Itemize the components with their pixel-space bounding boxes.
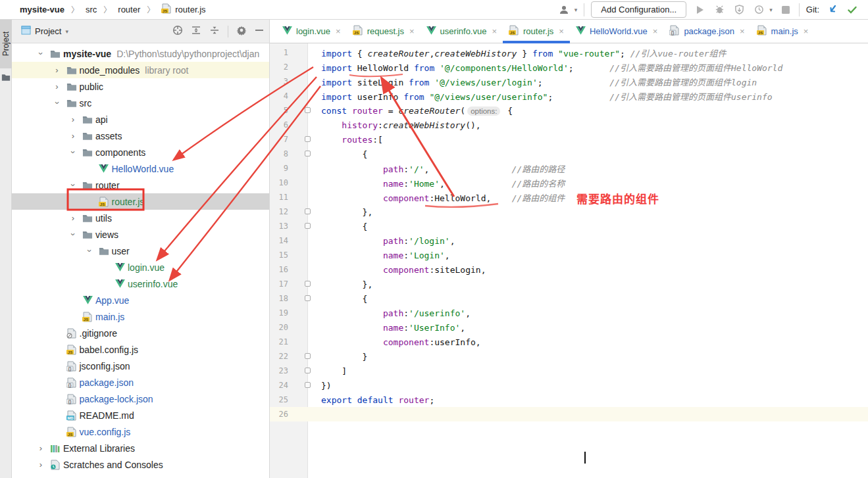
tree-row-helloworld-vue[interactable]: HelloWorld.vue bbox=[12, 160, 269, 177]
run-icon[interactable] bbox=[693, 3, 706, 16]
tree-row-user[interactable]: ›user bbox=[12, 243, 269, 259]
code-line-21[interactable]: 21 component:userInfo, bbox=[270, 335, 868, 349]
tree-row-node_modules[interactable]: ›node_moduleslibrary root bbox=[12, 62, 269, 78]
code-line-9[interactable]: 9 path:'/', //路由的路径 bbox=[270, 161, 868, 176]
tab-helloworld-vue[interactable]: HelloWorld.vue× bbox=[570, 20, 664, 43]
chevron-collapsed-icon[interactable]: › bbox=[66, 213, 80, 223]
tree-row-components[interactable]: ›components bbox=[12, 144, 269, 160]
chevron-collapsed-icon[interactable]: › bbox=[34, 443, 48, 453]
chevron-collapsed-icon[interactable]: › bbox=[50, 65, 64, 75]
tree-row-utils[interactable]: ›utils bbox=[12, 210, 269, 226]
profiler-dropdown-icon[interactable]: ▾ bbox=[769, 7, 773, 13]
hide-panel-icon[interactable] bbox=[255, 26, 264, 37]
code-line-3[interactable]: 3import siteLogin from '@/views/user/log… bbox=[270, 74, 868, 89]
close-icon[interactable]: × bbox=[409, 26, 415, 36]
chevron-collapsed-icon[interactable]: › bbox=[50, 82, 64, 91]
close-icon[interactable]: × bbox=[336, 26, 341, 36]
chevron-expanded-icon[interactable]: › bbox=[68, 145, 78, 160]
code-line-22[interactable]: 22 } bbox=[270, 349, 868, 364]
code-line-6[interactable]: 6 history:createWebHistory(), bbox=[270, 118, 868, 132]
code-line-5[interactable]: 5const router = createRouter(options: { bbox=[270, 103, 868, 118]
locate-icon[interactable] bbox=[172, 25, 183, 37]
project-panel-title[interactable]: Project bbox=[35, 26, 61, 36]
chevron-collapsed-icon[interactable]: › bbox=[34, 460, 48, 469]
chevron-expanded-icon[interactable]: › bbox=[36, 47, 46, 61]
tree-row-external-libraries[interactable]: ›External Libraries bbox=[12, 440, 269, 456]
settings-gear-icon[interactable] bbox=[236, 25, 247, 37]
tree-row-src[interactable]: ›src bbox=[12, 95, 269, 111]
tab-userinfo-vue[interactable]: userinfo.vue× bbox=[421, 20, 503, 43]
tab-router-js[interactable]: JSrouter.js× bbox=[503, 20, 570, 43]
tree-row-babel-config-js[interactable]: JSbabel.config.js bbox=[12, 341, 269, 358]
chevron-expanded-icon[interactable]: › bbox=[84, 244, 94, 258]
tab-login-vue[interactable]: login.vue× bbox=[276, 20, 347, 43]
tree-row-package-json[interactable]: {}package.json bbox=[12, 374, 269, 391]
tree-row-jsconfig-json[interactable]: {}jsconfig.json bbox=[12, 358, 269, 374]
code-line-14[interactable]: 14 path:'/login', bbox=[270, 233, 868, 248]
close-icon[interactable]: × bbox=[653, 26, 658, 36]
close-icon[interactable]: × bbox=[559, 26, 564, 36]
code-line-19[interactable]: 19 path:'/userinfo', bbox=[270, 306, 868, 320]
chevron-expanded-icon[interactable]: › bbox=[52, 96, 62, 110]
code-line-11[interactable]: 11 component:HelloWorld, //路由的组件 bbox=[270, 190, 868, 204]
tree-row-scratches-and-consoles[interactable]: ›Scratches and Consoles bbox=[12, 456, 269, 473]
expand-all-icon[interactable] bbox=[191, 25, 201, 37]
code-line-23[interactable]: 23 ] bbox=[270, 364, 868, 378]
tree-row-views[interactable]: ›views bbox=[12, 226, 269, 243]
code-line-17[interactable]: 17 }, bbox=[270, 277, 868, 291]
code-line-16[interactable]: 16 component:siteLogin, bbox=[270, 262, 868, 277]
coverage-icon[interactable] bbox=[732, 3, 746, 16]
tree-row--gitignore[interactable]: .gitignore bbox=[12, 325, 269, 341]
tree-row-userinfo-vue[interactable]: userinfo.vue bbox=[12, 275, 269, 292]
chevron-expanded-icon[interactable]: › bbox=[68, 178, 78, 193]
tree-row-assets[interactable]: ›assets bbox=[12, 128, 269, 144]
code-editor[interactable]: 1import { createRouter,createWebHistory … bbox=[270, 43, 868, 478]
tree-row-package-lock-json[interactable]: {}package-lock.json bbox=[12, 391, 269, 407]
chevron-collapsed-icon[interactable]: › bbox=[66, 131, 80, 141]
tree-row-readme-md[interactable]: MDREADME.md bbox=[12, 407, 269, 423]
tree-row-app-vue[interactable]: App.vue bbox=[12, 292, 269, 308]
stop-icon[interactable] bbox=[779, 3, 792, 16]
close-icon[interactable]: × bbox=[804, 26, 809, 36]
chevron-expanded-icon[interactable]: › bbox=[68, 227, 78, 242]
code-line-15[interactable]: 15 name:'Login', bbox=[270, 248, 868, 262]
code-line-2[interactable]: 2import HelloWorld from '@/components/He… bbox=[270, 60, 868, 74]
code-line-24[interactable]: 24}) bbox=[270, 378, 868, 393]
chevron-down-icon[interactable]: ▾ bbox=[65, 28, 68, 35]
tree-row-router-js[interactable]: JSrouter.js bbox=[12, 193, 269, 210]
profiler-icon[interactable] bbox=[752, 3, 765, 16]
git-commit-icon[interactable] bbox=[846, 3, 859, 16]
close-icon[interactable]: × bbox=[492, 26, 497, 36]
tree-row-api[interactable]: ›api bbox=[12, 111, 269, 128]
chevron-collapsed-icon[interactable]: › bbox=[66, 114, 80, 124]
code-line-13[interactable]: 13 { bbox=[270, 219, 868, 233]
code-line-25[interactable]: 25export default router; bbox=[270, 393, 868, 407]
tree-row-router[interactable]: ›router bbox=[12, 177, 269, 193]
debug-icon[interactable] bbox=[713, 3, 726, 16]
tree-row-main-js[interactable]: JSmain.js bbox=[12, 308, 269, 325]
code-line-20[interactable]: 20 name:'UserInfo', bbox=[270, 320, 868, 335]
tree-row-mysite-vue[interactable]: ›mysite-vueD:\Python\study\pythonproject… bbox=[12, 45, 269, 62]
code-line-4[interactable]: 4import userInfo from "@/views/user/user… bbox=[270, 89, 868, 103]
code-line-8[interactable]: 8 { bbox=[270, 147, 868, 161]
code-line-18[interactable]: 18 { bbox=[270, 291, 868, 306]
tab-request-js[interactable]: JSrequest.js× bbox=[347, 20, 421, 43]
code-line-7[interactable]: 7 routes:[ bbox=[270, 132, 868, 147]
close-icon[interactable]: × bbox=[740, 26, 745, 36]
tree-row-vue-config-js[interactable]: JSvue.config.js bbox=[12, 423, 269, 440]
stripe-tab-project[interactable]: Project bbox=[0, 20, 12, 68]
breadcrumb-item-mysite-vue[interactable]: mysite-vue bbox=[17, 3, 67, 16]
tab-main-js[interactable]: JSmain.js× bbox=[751, 20, 815, 43]
tree-row-login-vue[interactable]: login.vue bbox=[12, 259, 269, 275]
add-configuration-button[interactable]: Add Configuration... bbox=[591, 1, 686, 18]
tab-package-json[interactable]: {}package.json× bbox=[663, 20, 750, 43]
breadcrumb-item-src[interactable]: src bbox=[83, 3, 99, 16]
breadcrumb-item-router[interactable]: router bbox=[115, 3, 143, 16]
code-line-12[interactable]: 12 }, bbox=[270, 204, 868, 219]
user-icon[interactable] bbox=[557, 3, 571, 16]
tree-row-public[interactable]: ›public bbox=[12, 78, 269, 95]
code-line-26[interactable]: 26 bbox=[270, 407, 868, 421]
code-line-10[interactable]: 10 name:'Home', //路由的名称 bbox=[270, 176, 868, 190]
code-line-1[interactable]: 1import { createRouter,createWebHistory … bbox=[270, 45, 868, 60]
collapse-all-icon[interactable] bbox=[209, 25, 220, 37]
